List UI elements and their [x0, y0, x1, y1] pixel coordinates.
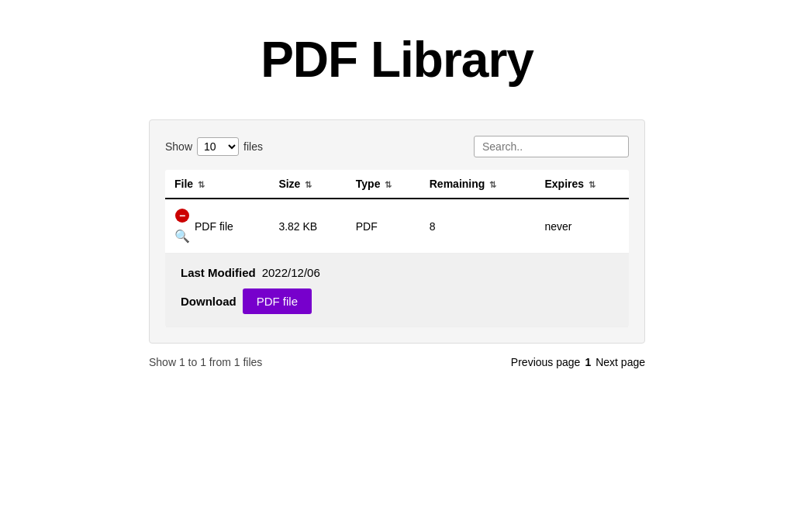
cell-remaining: 8: [420, 199, 536, 254]
show-label: Show: [165, 140, 192, 153]
sort-icon-expires: ⇅: [589, 180, 596, 189]
download-label: Download: [181, 295, 236, 308]
col-header-expires[interactable]: Expires ⇅: [535, 170, 629, 199]
last-modified-row: Last Modified 2022/12/06: [181, 266, 613, 279]
file-name: PDF file: [195, 220, 233, 233]
col-header-size[interactable]: Size ⇅: [269, 170, 346, 199]
zoom-icon[interactable]: 🔍: [174, 229, 190, 244]
cell-type: PDF: [347, 199, 420, 254]
sort-icon-size: ⇅: [305, 180, 312, 189]
cell-expires: never: [535, 199, 629, 254]
table-header-row: File ⇅ Size ⇅ Type ⇅ Remaining ⇅: [165, 170, 629, 199]
prev-page-link[interactable]: Previous page: [511, 356, 581, 368]
cell-size: 3.82 KB: [269, 199, 346, 254]
col-header-remaining[interactable]: Remaining ⇅: [420, 170, 536, 199]
toolbar: Show 10 25 50 100 files: [165, 136, 629, 157]
last-modified-value: 2022/12/06: [262, 266, 320, 279]
delete-icon[interactable]: −: [175, 209, 189, 223]
show-files-control: Show 10 25 50 100 files: [165, 137, 263, 156]
sort-icon-remaining: ⇅: [489, 180, 496, 189]
pagination: Previous page 1 Next page: [511, 356, 645, 368]
files-label: files: [243, 140, 263, 153]
table-footer: Show 1 to 1 from 1 files Previous page 1…: [149, 356, 645, 368]
search-input[interactable]: [474, 136, 629, 157]
expanded-content: Last Modified 2022/12/06 Download PDF fi…: [181, 266, 613, 314]
page-title: PDF Library: [261, 31, 533, 88]
col-header-file[interactable]: File ⇅: [165, 170, 269, 199]
files-table-area: File ⇅ Size ⇅ Type ⇅ Remaining ⇅: [165, 170, 629, 327]
col-header-type[interactable]: Type ⇅: [347, 170, 420, 199]
cell-file: − 🔍 PDF file: [165, 199, 269, 254]
current-page[interactable]: 1: [585, 356, 591, 368]
sort-icon-type: ⇅: [385, 180, 392, 189]
next-page-link[interactable]: Next page: [596, 356, 645, 368]
file-cell: − 🔍 PDF file: [174, 209, 260, 244]
file-info: PDF file: [195, 220, 233, 233]
last-modified-label: Last Modified: [181, 266, 256, 279]
download-row: Download PDF file: [181, 288, 613, 314]
expanded-cell: Last Modified 2022/12/06 Download PDF fi…: [165, 254, 629, 327]
entries-select[interactable]: 10 25 50 100: [197, 137, 239, 156]
download-button[interactable]: PDF file: [243, 288, 312, 314]
expanded-row: Last Modified 2022/12/06 Download PDF fi…: [165, 254, 629, 327]
table-row: − 🔍 PDF file 3.82 KB PDF 8 never: [165, 199, 629, 254]
sort-icon-file: ⇅: [198, 180, 205, 189]
summary-text: Show 1 to 1 from 1 files: [149, 356, 262, 368]
main-container: Show 10 25 50 100 files File ⇅ Size: [149, 119, 645, 344]
files-table: File ⇅ Size ⇅ Type ⇅ Remaining ⇅: [165, 170, 629, 327]
